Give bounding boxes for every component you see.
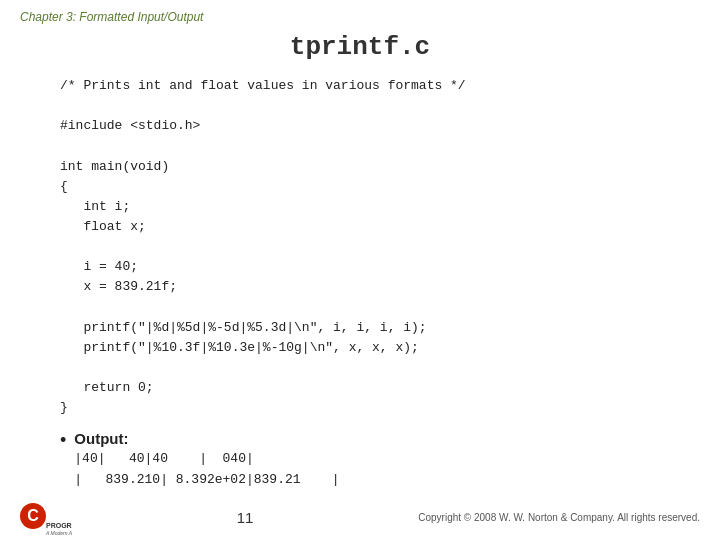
code-line-6: { (60, 179, 68, 194)
code-line-5: int main(void) (60, 159, 169, 174)
output-label: Output: (74, 430, 128, 447)
code-line-8: float x; (60, 219, 146, 234)
page-number: 11 (72, 509, 418, 526)
code-line-14: printf("|%10.3f|%10.3e|%-10g|\n", x, x, … (60, 340, 419, 355)
slide-title: tprintf.c (0, 32, 720, 62)
svg-text:PROGRAMMING: PROGRAMMING (46, 522, 72, 529)
output-line-1: |40| 40|40 | 040| (74, 451, 253, 466)
output-content: Output: |40| 40|40 | 040| | 839.210| 8.3… (74, 428, 339, 489)
code-line-16: return 0; (60, 380, 154, 395)
code-line-3: #include <stdio.h> (60, 118, 200, 133)
c-programming-logo: C PROGRAMMING A Modern Approach (20, 498, 72, 538)
bullet-point: • (60, 428, 66, 453)
output-lines: |40| 40|40 | 040| | 839.210| 8.392e+02|8… (74, 449, 339, 489)
svg-text:C: C (27, 507, 39, 524)
svg-text:A Modern Approach: A Modern Approach (45, 530, 72, 536)
code-line-11: x = 839.21f; (60, 279, 177, 294)
output-section: • Output: |40| 40|40 | 040| | 839.210| 8… (60, 428, 680, 489)
content-area: /* Prints int and float values in variou… (0, 76, 720, 490)
output-line-2: | 839.210| 8.392e+02|839.21 | (74, 472, 339, 487)
footer-logo: C PROGRAMMING A Modern Approach (20, 498, 72, 538)
code-line-7: int i; (60, 199, 130, 214)
chapter-title: Chapter 3: Formatted Input/Output (0, 0, 720, 28)
code-line-13: printf("|%d|%5d|%-5d|%5.3d|\n", i, i, i,… (60, 320, 427, 335)
code-line-1: /* Prints int and float values in variou… (60, 78, 466, 93)
copyright-content: Copyright © 2008 W. W. Norton & Company.… (418, 512, 700, 523)
code-line-17: } (60, 400, 68, 415)
copyright-text: Copyright © 2008 W. W. Norton & Company.… (418, 511, 700, 525)
footer: C PROGRAMMING A Modern Approach 11 Copyr… (0, 490, 720, 540)
code-line-10: i = 40; (60, 259, 138, 274)
code-block: /* Prints int and float values in variou… (60, 76, 680, 418)
page-container: Chapter 3: Formatted Input/Output tprint… (0, 0, 720, 540)
